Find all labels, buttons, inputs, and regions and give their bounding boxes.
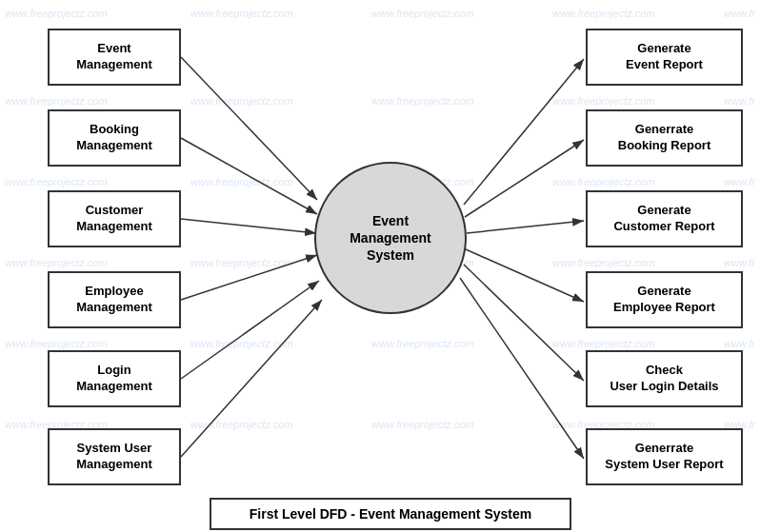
booking-management-box: BookingManagement	[48, 109, 181, 167]
svg-line-10	[466, 249, 584, 302]
watermark: www.fr	[724, 8, 755, 19]
watermark: www.freeprojectz.com	[190, 338, 293, 349]
generate-employee-report-box: GenerateEmployee Report	[586, 271, 743, 328]
generate-booking-report-box: GenerrateBooking Report	[586, 109, 743, 167]
watermark: www.freeprojectz.com	[5, 95, 108, 107]
event-management-box: EventManagement	[48, 29, 181, 86]
event-management-system-circle: EventManagementSystem	[314, 162, 467, 314]
system-user-management-box: System UserManagement	[48, 428, 181, 485]
watermark: www.freeprojectz.com	[552, 95, 655, 107]
watermark: www.freeprojectz.com	[371, 8, 474, 19]
employee-management-box: EmployeeManagement	[48, 271, 181, 328]
watermark: www.freeprojectz.com	[5, 8, 108, 19]
watermark: www.freeprojectz.com	[552, 338, 655, 349]
svg-line-9	[467, 221, 584, 233]
generate-system-user-report-box: GenerrateSystem User Report	[586, 428, 743, 485]
watermark: www.freeprojectz.com	[5, 176, 108, 187]
login-management-box: LoginManagement	[48, 350, 181, 407]
generate-customer-report-box: GenerateCustomer Report	[586, 190, 743, 247]
svg-line-4	[181, 255, 317, 300]
watermark: www.freeprojectz.com	[5, 338, 108, 349]
watermark: www.fr	[724, 95, 755, 107]
watermark: www.freeprojectz.com	[190, 95, 293, 107]
svg-line-6	[181, 300, 322, 457]
watermark: www.fr	[724, 257, 755, 268]
watermark: www.freeprojectz.com	[552, 176, 655, 187]
watermark: www.freeprojectz.com	[190, 257, 293, 268]
watermark: www.freeprojectz.com	[552, 257, 655, 268]
svg-line-11	[464, 265, 584, 381]
svg-line-12	[460, 278, 584, 459]
diagram-caption: First Level DFD - Event Management Syste…	[210, 498, 571, 530]
svg-line-3	[181, 219, 316, 233]
watermark: www.freeprojectz.com	[190, 419, 293, 430]
watermark: www.freeprojectz.com	[371, 419, 474, 430]
watermark: www.fr	[724, 176, 755, 187]
svg-line-2	[181, 138, 317, 214]
generate-event-report-box: GenerateEvent Report	[586, 29, 743, 86]
watermark: www.freeprojectz.com	[190, 176, 293, 187]
svg-line-7	[464, 59, 584, 205]
watermark: www.freeprojectz.com	[552, 8, 655, 19]
watermark: www.freeprojectz.com	[371, 338, 474, 349]
watermark: www.freeprojectz.com	[5, 257, 108, 268]
watermark: www.freeprojectz.com	[371, 95, 474, 107]
watermark: www.fr	[724, 338, 755, 349]
svg-line-8	[465, 140, 584, 217]
check-user-login-details-box: CheckUser Login Details	[586, 350, 743, 407]
svg-line-5	[181, 281, 319, 379]
watermark: www.freeprojectz.com	[190, 8, 293, 19]
svg-line-1	[181, 57, 317, 200]
customer-management-box: CustomerManagement	[48, 190, 181, 247]
